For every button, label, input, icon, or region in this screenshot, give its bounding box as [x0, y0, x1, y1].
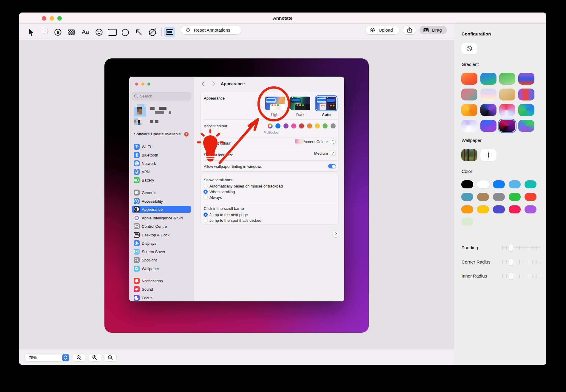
svg-text:Aa: Aa: [82, 29, 89, 35]
